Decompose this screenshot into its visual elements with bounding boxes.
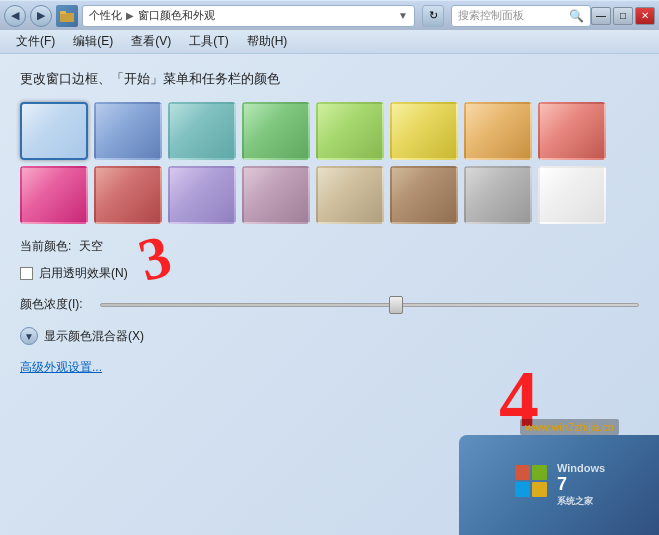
transparency-label[interactable]: 启用透明效果(N) xyxy=(39,265,128,282)
svg-rect-4 xyxy=(515,482,530,497)
color-row-2 xyxy=(20,166,639,224)
menu-edit[interactable]: 编辑(E) xyxy=(65,31,121,52)
swatch-yellow[interactable] xyxy=(390,102,458,160)
swatch-hot-pink[interactable] xyxy=(20,166,88,224)
swatch-sky[interactable] xyxy=(20,102,88,160)
color-row-1 xyxy=(20,102,639,160)
breadcrumb-root: 个性化 xyxy=(89,8,122,23)
svg-rect-1 xyxy=(60,11,66,14)
breadcrumb[interactable]: 个性化 ▶ 窗口颜色和外观 ▼ xyxy=(82,5,415,27)
menu-help[interactable]: 帮助(H) xyxy=(239,31,296,52)
menu-bar: 文件(F) 编辑(E) 查看(V) 工具(T) 帮助(H) xyxy=(0,30,659,54)
swatch-blue[interactable] xyxy=(94,102,162,160)
section-title: 更改窗口边框、「开始」菜单和任务栏的颜色 xyxy=(20,70,639,88)
forward-button[interactable]: ▶ xyxy=(30,5,52,27)
advanced-link[interactable]: 高级外观设置... xyxy=(20,359,639,376)
mixer-row: ▼ 显示颜色混合器(X) xyxy=(20,327,639,345)
current-color-label: 当前颜色: xyxy=(20,238,71,255)
minimize-button[interactable]: — xyxy=(591,7,611,25)
watermark: www.win7zhijia.cn xyxy=(520,419,619,435)
title-bar-left: ◀ ▶ 个性化 ▶ 窗口颜色和外观 ▼ ↻ 搜索控制面板 🔍 xyxy=(4,5,591,27)
current-color-name: 天空 xyxy=(79,238,103,255)
search-placeholder: 搜索控制面板 xyxy=(458,8,524,23)
window-controls: — □ ✕ xyxy=(591,7,655,25)
swatch-lavender[interactable] xyxy=(168,166,236,224)
color-grid xyxy=(20,102,639,224)
back-button[interactable]: ◀ xyxy=(4,5,26,27)
logo-text: Windows 7 系统之家 xyxy=(557,462,605,508)
svg-rect-5 xyxy=(532,482,547,497)
swatch-brown[interactable] xyxy=(390,166,458,224)
title-bar: ◀ ▶ 个性化 ▶ 窗口颜色和外观 ▼ ↻ 搜索控制面板 🔍 — □ ✕ xyxy=(0,0,659,30)
intensity-slider-track[interactable] xyxy=(100,303,639,307)
breadcrumb-dropdown-arrow[interactable]: ▼ xyxy=(398,10,408,21)
svg-rect-2 xyxy=(515,465,530,480)
maximize-button[interactable]: □ xyxy=(613,7,633,25)
swatch-lime[interactable] xyxy=(316,102,384,160)
swatch-pink-red[interactable] xyxy=(538,102,606,160)
svg-rect-3 xyxy=(532,465,547,480)
logo-area: Windows 7 系统之家 xyxy=(459,435,659,535)
transparency-row: 启用透明效果(N) xyxy=(20,265,639,282)
swatch-green[interactable] xyxy=(242,102,310,160)
breadcrumb-current: 窗口颜色和外观 xyxy=(138,8,215,23)
transparency-checkbox[interactable] xyxy=(20,267,33,280)
swatch-white[interactable] xyxy=(538,166,606,224)
intensity-slider-row: 颜色浓度(I): xyxy=(20,296,639,313)
menu-tools[interactable]: 工具(T) xyxy=(181,31,236,52)
current-color-row: 当前颜色: 天空 xyxy=(20,238,639,255)
folder-icon xyxy=(56,5,78,27)
swatch-teal[interactable] xyxy=(168,102,236,160)
search-box[interactable]: 搜索控制面板 🔍 xyxy=(451,5,591,27)
svg-rect-0 xyxy=(60,13,74,22)
swatch-gray[interactable] xyxy=(464,166,532,224)
windows-logo-icon xyxy=(513,463,549,507)
annotation-3: 3 xyxy=(132,221,179,295)
refresh-button[interactable]: ↻ xyxy=(422,5,444,27)
swatch-tan[interactable] xyxy=(316,166,384,224)
search-icon: 🔍 xyxy=(569,9,584,23)
breadcrumb-separator: ▶ xyxy=(126,10,134,21)
swatch-red-num[interactable] xyxy=(94,166,162,224)
mixer-expand-button[interactable]: ▼ xyxy=(20,327,38,345)
menu-view[interactable]: 查看(V) xyxy=(123,31,179,52)
swatch-orange[interactable] xyxy=(464,102,532,160)
mixer-label[interactable]: 显示颜色混合器(X) xyxy=(44,328,144,345)
close-button[interactable]: ✕ xyxy=(635,7,655,25)
main-content: 更改窗口边框、「开始」菜单和任务栏的颜色 当前颜色: 天空 xyxy=(0,54,659,535)
intensity-label: 颜色浓度(I): xyxy=(20,296,90,313)
menu-file[interactable]: 文件(F) xyxy=(8,31,63,52)
intensity-slider-thumb[interactable] xyxy=(389,296,403,314)
swatch-mauve[interactable] xyxy=(242,166,310,224)
